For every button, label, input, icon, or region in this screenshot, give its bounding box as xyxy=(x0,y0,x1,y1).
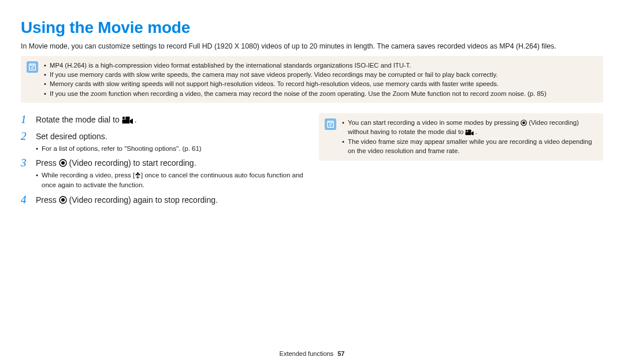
step-number: 1 xyxy=(21,113,30,127)
right-note-item: You can start recording a video in some … xyxy=(342,118,597,137)
top-note-item: Memory cards with slow writing speeds wi… xyxy=(44,79,547,88)
record-button-icon xyxy=(59,196,67,204)
svg-point-1 xyxy=(122,117,124,119)
intro-paragraph: In Movie mode, you can customize setting… xyxy=(21,42,603,51)
movie-mode-icon xyxy=(465,129,475,135)
side-note-column: You can start recording a video in some … xyxy=(319,113,603,210)
svg-point-5 xyxy=(61,161,65,165)
step-3: 3 Press (Video recording) to start recor… xyxy=(21,157,304,190)
top-note-item: MP4 (H.264) is a high-compression video … xyxy=(44,61,547,70)
step-number: 2 xyxy=(21,130,30,143)
footer-page-number: 57 xyxy=(337,350,344,357)
step-1: 1 Rotate the mode dial to . xyxy=(21,113,304,127)
right-note-list: You can start recording a video in some … xyxy=(342,118,597,156)
step-2: 2 Set desired options. For a list of opt… xyxy=(21,130,304,154)
step-sub-text: While recording a video, press [] once t… xyxy=(36,170,304,190)
top-note-item: If you use the zoom function when record… xyxy=(44,89,547,98)
note-icon xyxy=(325,118,336,130)
svg-rect-2 xyxy=(122,120,129,124)
svg-point-13 xyxy=(522,121,525,124)
top-note-list: MP4 (H.264) is a high-compression video … xyxy=(44,61,547,99)
content-columns: 1 Rotate the mode dial to . 2 Set desire… xyxy=(21,113,603,210)
right-note-box: You can start recording a video in some … xyxy=(319,113,603,161)
steps-list: 1 Rotate the mode dial to . 2 Set desire… xyxy=(21,113,304,206)
step-number: 4 xyxy=(21,194,30,207)
step-text: Rotate the mode dial to . xyxy=(36,114,304,125)
page-title: Using the Movie mode xyxy=(21,18,603,37)
step-text: Press (Video recording) to start recordi… xyxy=(36,158,304,169)
record-button-icon xyxy=(59,159,67,167)
svg-rect-11 xyxy=(328,121,334,128)
svg-rect-0 xyxy=(29,64,36,70)
step-number: 3 xyxy=(21,157,30,170)
step-sub-text: For a list of options, refer to "Shootin… xyxy=(36,144,304,154)
footer-section: Extended functions xyxy=(280,350,334,357)
steps-column: 1 Rotate the mode dial to . 2 Set desire… xyxy=(21,113,304,210)
svg-rect-16 xyxy=(468,130,471,132)
right-note-item: The video frame size may appear smaller … xyxy=(342,137,597,156)
manual-page: Using the Movie mode In Movie mode, you … xyxy=(0,0,624,364)
step-text: Set desired options. xyxy=(36,131,304,142)
svg-point-10 xyxy=(61,198,65,202)
step-text: Press (Video recording) again to stop re… xyxy=(36,195,304,206)
svg-rect-15 xyxy=(466,132,471,135)
svg-rect-3 xyxy=(125,117,129,120)
svg-point-14 xyxy=(466,130,467,132)
page-footer: Extended functions 57 xyxy=(0,350,624,357)
macro-flower-icon xyxy=(135,172,141,179)
step-4: 4 Press (Video recording) again to stop … xyxy=(21,194,304,207)
note-icon xyxy=(27,61,38,73)
movie-mode-icon xyxy=(122,116,135,124)
top-note-box: MP4 (H.264) is a high-compression video … xyxy=(21,56,603,103)
top-note-item: If you use memory cards with slow write … xyxy=(44,70,547,79)
record-button-icon xyxy=(521,120,527,126)
